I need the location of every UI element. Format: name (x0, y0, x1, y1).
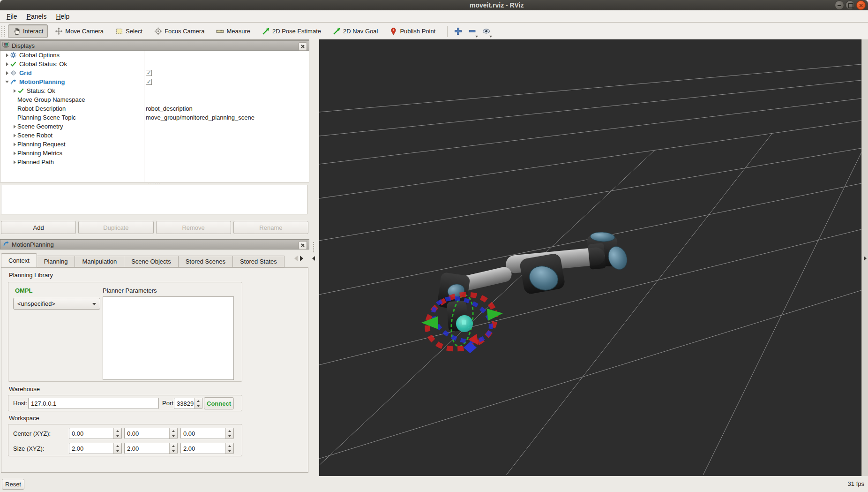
expander-collapsed-icon[interactable] (4, 53, 10, 57)
tool-2d-nav-goal[interactable]: 2D Nav Goal (328, 24, 382, 38)
expander-collapsed-icon[interactable] (12, 89, 17, 93)
expander-collapsed-icon[interactable] (12, 134, 17, 137)
tree-row[interactable]: Global Status: Ok (0, 60, 309, 68)
displays-panel-header[interactable]: Displays (0, 40, 309, 51)
workspace-label: Workspace (9, 415, 39, 422)
tree-row[interactable]: Global Options (0, 51, 309, 60)
tab-scroll-right-icon[interactable] (300, 256, 303, 261)
expander-collapsed-icon[interactable] (4, 71, 10, 75)
dropdown-arrow-icon[interactable] (489, 36, 492, 38)
property-value[interactable]: robot_description (146, 105, 193, 112)
spin-arrows-icon[interactable] (225, 428, 233, 439)
tree-row[interactable]: Robot Descriptionrobot_description (0, 104, 309, 113)
size-x-spinbox[interactable]: 2.00 (69, 443, 122, 454)
3d-viewport[interactable] (319, 39, 861, 476)
add-button[interactable]: Add (1, 221, 76, 234)
tool-measure[interactable]: Measure (211, 24, 255, 38)
planner-parameters-table[interactable] (103, 296, 234, 380)
menu-file[interactable]: File (2, 12, 22, 21)
displays-tree[interactable]: Global OptionsGlobal Status: OkGrid✓Moti… (0, 51, 309, 182)
rename-button[interactable]: Rename (233, 221, 308, 234)
expander-collapsed-icon[interactable] (12, 143, 17, 146)
right-edge-splitter[interactable] (861, 39, 868, 476)
collapse-left-icon[interactable] (312, 256, 315, 261)
tree-item-label: Status: Ok (27, 87, 55, 94)
planner-combobox[interactable]: <unspecified> (13, 298, 100, 310)
tree-row[interactable]: Scene Geometry (0, 122, 309, 131)
tab-scroll-left-icon[interactable] (294, 256, 298, 261)
panel-viewport-splitter[interactable] (309, 39, 319, 476)
minimize-button[interactable] (835, 0, 844, 10)
tree-row[interactable]: Grid✓ (0, 68, 309, 77)
displays-close-button[interactable] (299, 42, 307, 51)
spin-arrows-icon[interactable] (169, 428, 177, 439)
marker-green-arrow-right[interactable] (487, 309, 503, 321)
tree-row[interactable]: Planned Path (0, 158, 309, 167)
planner-parameters-label: Planner Parameters (103, 287, 157, 294)
tab-stored-states[interactable]: Stored States (233, 256, 284, 267)
spin-arrows-icon[interactable] (113, 443, 121, 454)
toolbar-drag-handle[interactable] (1, 26, 5, 37)
spin-arrows-icon[interactable] (225, 443, 233, 454)
close-button[interactable]: ✕ (856, 0, 866, 10)
motionplanning-close-button[interactable] (299, 241, 307, 250)
duplicate-button[interactable]: Duplicate (78, 221, 153, 234)
expander-collapsed-icon[interactable] (4, 62, 10, 66)
tool-focus-camera[interactable]: Focus Camera (150, 24, 209, 38)
size-z-spinbox[interactable]: 2.00 (180, 443, 234, 454)
maximize-button[interactable] (846, 0, 855, 10)
interactive-marker[interactable] (420, 286, 503, 357)
tab-stored-scenes[interactable]: Stored Scenes (179, 256, 233, 267)
size-y-spinbox[interactable]: 2.00 (124, 443, 178, 454)
motionplanning-panel-header[interactable]: MotionPlanning (0, 239, 309, 250)
planner-combobox-value: <unspecified> (17, 300, 55, 307)
workspace-groupbox: Center (XYZ): Size (XYZ): 0.000.000.002.… (8, 424, 242, 456)
enabled-checkbox[interactable]: ✓ (146, 70, 152, 76)
connect-button[interactable]: Connect (204, 397, 234, 409)
expander-expanded-icon[interactable] (4, 81, 10, 83)
tool-select[interactable]: Select (111, 24, 147, 38)
3d-scene[interactable] (319, 39, 861, 476)
tree-row[interactable]: Status: Ok (0, 86, 309, 95)
center-z-spinbox[interactable]: 0.00 (180, 428, 234, 439)
expander-collapsed-icon[interactable] (12, 125, 17, 129)
spin-arrows-icon[interactable] (113, 428, 121, 439)
tree-row[interactable]: Planning Metrics (0, 149, 309, 158)
dropdown-arrow-icon[interactable] (475, 36, 478, 38)
enabled-checkbox[interactable]: ✓ (146, 79, 152, 85)
marker-blue-diamond[interactable] (464, 342, 477, 353)
host-input[interactable]: 127.0.0.1 (28, 398, 159, 409)
center-x-spinbox[interactable]: 0.00 (69, 428, 122, 439)
tool-interact[interactable]: Interact (8, 24, 48, 38)
tab-scene-objects[interactable]: Scene Objects (124, 256, 179, 267)
spin-arrows-icon[interactable] (169, 443, 177, 454)
tab-context[interactable]: Context (1, 253, 37, 267)
tab-planning[interactable]: Planning (37, 256, 75, 267)
tab-manipulation[interactable]: Manipulation (75, 256, 124, 267)
property-value[interactable]: move_group/monitored_planning_scene (146, 114, 254, 121)
tool-2d-pose-estimate[interactable]: 2D Pose Estimate (257, 24, 326, 38)
tree-row[interactable]: MotionPlanning✓ (0, 77, 309, 86)
reset-button[interactable]: Reset (2, 479, 24, 490)
tool-label: 2D Pose Estimate (272, 28, 321, 35)
tool-move-camera[interactable]: Move Camera (50, 24, 108, 38)
collapse-right-icon[interactable] (864, 256, 867, 261)
expander-collapsed-icon[interactable] (12, 151, 17, 155)
tree-row[interactable]: Planning Scene Topicmove_group/monitored… (0, 113, 309, 122)
tree-row[interactable]: Scene Robot (0, 131, 309, 140)
chevron-down-icon (92, 303, 96, 305)
spin-arrows-icon[interactable] (194, 398, 202, 409)
expander-collapsed-icon[interactable] (12, 160, 17, 164)
tool-plus-icon[interactable] (452, 25, 464, 38)
remove-button[interactable]: Remove (156, 221, 231, 234)
menu-panels[interactable]: Panels (22, 12, 52, 21)
center-y-spinbox[interactable]: 0.00 (124, 428, 178, 439)
tool-eye-icon[interactable] (480, 25, 492, 38)
tree-row[interactable]: Move Group Namespace (0, 95, 309, 104)
tool-publish-point[interactable]: Publish Point (385, 24, 440, 38)
port-spinbox[interactable]: 33829 (174, 398, 202, 409)
menu-help[interactable]: Help (51, 12, 74, 21)
tool-minus-icon[interactable] (466, 25, 478, 38)
tree-row[interactable]: Planning Request (0, 140, 309, 149)
titlebar[interactable]: moveit.rviz - RViz ✕ (0, 0, 868, 10)
